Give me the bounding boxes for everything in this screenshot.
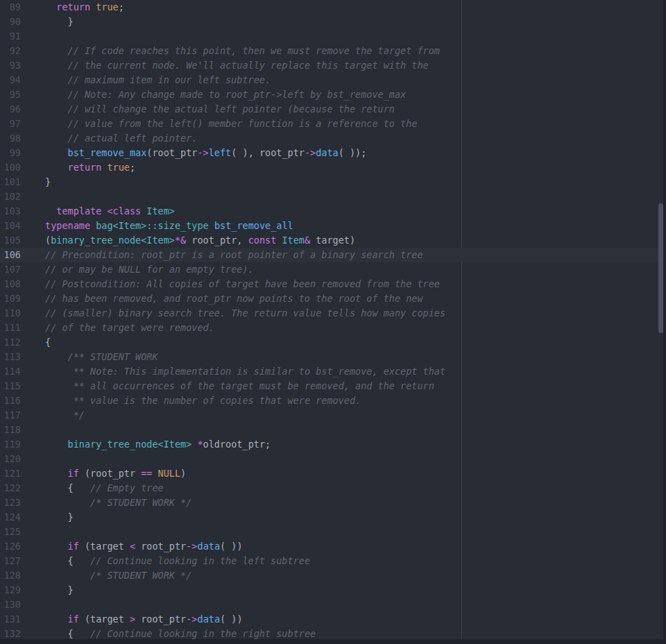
code-text: */ [21, 408, 85, 423]
code-text: // actual left pointer. [21, 131, 197, 146]
line-number: 119 [0, 437, 21, 452]
line-number: 92 [0, 44, 21, 58]
line-number: 115 [0, 379, 21, 393]
code-text: if (target < root_ptr->data( )) [21, 539, 243, 554]
line-number: 97 [0, 117, 21, 131]
line-number: 109 [0, 291, 21, 306]
line-number: 106 [0, 248, 21, 262]
code-line[interactable]: 118 [0, 423, 666, 437]
code-line[interactable]: 100 return true; [0, 160, 666, 175]
code-line[interactable]: 124 } [0, 510, 666, 525]
code-line[interactable]: 97 // value from the left() member funct… [0, 117, 666, 131]
code-line[interactable]: 125 [0, 525, 666, 539]
code-text: template <class Item> [21, 204, 175, 219]
code-text: } [21, 15, 74, 29]
code-line[interactable]: 89 return true; [0, 0, 666, 15]
code-line[interactable]: 99 bst_remove_max(root_ptr->left( ), roo… [0, 146, 666, 160]
code-line[interactable]: 112{ [0, 335, 666, 350]
code-line[interactable]: 130 [0, 598, 666, 612]
code-line[interactable]: 121 if (root_ptr == NULL) [0, 466, 666, 481]
code-line[interactable]: 119 binary_tree_node<Item> *oldroot_ptr; [0, 437, 666, 452]
code-text [21, 452, 45, 466]
code-text [21, 189, 45, 204]
code-text: // the current node. We'll actually repl… [21, 58, 429, 73]
line-number: 118 [0, 423, 21, 437]
code-line[interactable]: 114 ** Note: This implementation is simi… [0, 364, 666, 379]
code-line[interactable]: 103 template <class Item> [0, 204, 666, 219]
code-text: // or may be NULL for an empty tree). [21, 262, 254, 277]
code-text: return true; [21, 160, 135, 175]
code-line[interactable]: 102 [0, 189, 666, 204]
code-text: ** value is the number of copies that we… [21, 393, 361, 408]
right-edge-strip [663, 0, 666, 644]
code-text: { [21, 335, 51, 350]
line-number: 95 [0, 87, 21, 102]
line-number: 100 [0, 160, 21, 175]
code-line[interactable]: 128 /* STUDENT WORK */ [0, 568, 666, 583]
line-number: 96 [0, 102, 21, 117]
code-text: // Postcondition: All copies of target h… [21, 277, 440, 291]
code-line[interactable]: 96 // will change the actual left pointe… [0, 102, 666, 117]
code-editor[interactable]: 89 return true;90 }9192 // If code reach… [0, 0, 666, 644]
code-line[interactable]: 116 ** value is the number of copies tha… [0, 393, 666, 408]
line-number: 91 [0, 29, 21, 44]
code-line[interactable]: 101} [0, 175, 666, 189]
code-line[interactable]: 123 /* STUDENT WORK */ [0, 495, 666, 510]
line-number: 98 [0, 131, 21, 146]
code-text: /** STUDENT WORK [21, 350, 158, 364]
code-text: // will change the actual left pointer (… [21, 102, 395, 117]
line-number: 127 [0, 554, 21, 568]
line-number: 107 [0, 262, 21, 277]
code-line[interactable]: 126 if (target < root_ptr->data( )) [0, 539, 666, 554]
code-line[interactable]: 111// of the target were removed. [0, 321, 666, 335]
code-line[interactable]: 94 // maximum item in our left subtree. [0, 73, 666, 87]
code-line[interactable]: 92 // If code reaches this point, then w… [0, 44, 666, 58]
code-line[interactable]: 131 if (target > root_ptr->data( )) [0, 612, 666, 627]
code-line[interactable]: 129 } [0, 583, 666, 598]
line-number: 129 [0, 583, 21, 598]
code-line[interactable]: 127 { // Continue looking in the left su… [0, 554, 666, 568]
line-number: 93 [0, 58, 21, 73]
line-number: 114 [0, 364, 21, 379]
code-text: } [21, 510, 74, 525]
code-text [21, 423, 45, 437]
code-text: if (root_ptr == NULL) [21, 466, 186, 481]
code-line[interactable]: 107// or may be NULL for an empty tree). [0, 262, 666, 277]
code-line[interactable]: 105(binary_tree_node<Item>*& root_ptr, c… [0, 233, 666, 248]
code-line[interactable]: 115 ** all occurrences of the target mus… [0, 379, 666, 393]
line-number: 112 [0, 335, 21, 350]
line-number: 128 [0, 568, 21, 583]
code-line[interactable]: 93 // the current node. We'll actually r… [0, 58, 666, 73]
code-line[interactable]: 106// Precondition: root_ptr is a root p… [0, 248, 666, 262]
code-line[interactable]: 120 [0, 452, 666, 466]
code-text: binary_tree_node<Item> *oldroot_ptr; [21, 437, 271, 452]
code-line[interactable]: 109// has been removed, and root_ptr now… [0, 291, 666, 306]
code-text [21, 525, 45, 539]
code-line[interactable]: 108// Postcondition: All copies of targe… [0, 277, 666, 291]
line-number: 125 [0, 525, 21, 539]
code-line[interactable]: 122 { // Empty tree [0, 481, 666, 495]
code-line[interactable]: 110// (smaller) binary search tree. The … [0, 306, 666, 321]
code-text [21, 29, 45, 44]
code-line[interactable]: 98 // actual left pointer. [0, 131, 666, 146]
code-text: /* STUDENT WORK */ [21, 568, 191, 583]
code-line[interactable]: 117 */ [0, 408, 666, 423]
code-line[interactable]: 90 } [0, 15, 666, 29]
code-line[interactable]: 95 // Note: Any change made to root_ptr-… [0, 87, 666, 102]
line-number: 89 [0, 0, 21, 15]
line-number: 108 [0, 277, 21, 291]
vertical-scrollbar-thumb[interactable] [658, 203, 663, 333]
code-area: 89 return true;90 }9192 // If code reach… [0, 0, 666, 641]
code-line[interactable]: 113 /** STUDENT WORK [0, 350, 666, 364]
code-text: } [21, 583, 74, 598]
line-number: 131 [0, 612, 21, 627]
line-number: 90 [0, 15, 21, 29]
code-text: // of the target were removed. [21, 321, 214, 335]
code-line[interactable]: 91 [0, 29, 666, 44]
code-text: // has been removed, and root_ptr now po… [21, 291, 423, 306]
code-line[interactable]: 104typename bag<Item>::size_type bst_rem… [0, 219, 666, 233]
code-text [21, 598, 45, 612]
code-text: // If code reaches this point, then we m… [21, 44, 440, 58]
line-number: 99 [0, 146, 21, 160]
code-text: return true; [21, 0, 124, 15]
